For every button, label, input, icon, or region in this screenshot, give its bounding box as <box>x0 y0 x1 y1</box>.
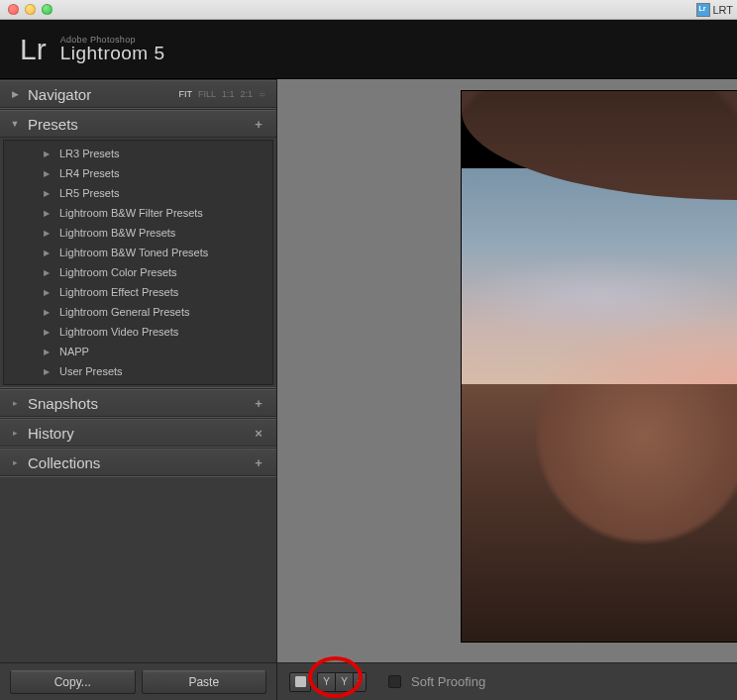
preset-folder[interactable]: ▶LR4 Presets <box>4 163 272 183</box>
snapshots-title: Snapshots <box>28 395 251 412</box>
lrt-label: LRT <box>712 4 733 16</box>
preset-folder[interactable]: ▶NAPP <box>4 342 272 361</box>
presets-title: Presets <box>28 116 251 133</box>
navigator-section: ▶ Navigator FIT FILL 1:1 2:1 ≑ <box>0 79 276 109</box>
copy-button[interactable]: Copy... <box>10 670 136 694</box>
preset-folder[interactable]: ▶Lightroom Color Presets <box>4 262 272 282</box>
navigator-title: Navigator <box>28 86 178 103</box>
before-after-left-button[interactable]: Y <box>317 672 335 692</box>
chevron-right-icon: ▶ <box>44 268 50 277</box>
chevron-right-icon: ▶ <box>44 308 50 317</box>
preset-folder[interactable]: ▶Lightroom Video Presets <box>4 322 272 342</box>
app-header: Lr Adobe Photoshop Lightroom 5 <box>0 20 737 79</box>
minimize-window-button[interactable] <box>25 4 36 15</box>
presets-section: ▼ Presets + ▶LR3 Presets ▶LR4 Presets ▶L… <box>0 109 276 388</box>
chevron-right-icon: ▶ <box>10 89 20 99</box>
preset-folder[interactable]: ▶User Presets <box>4 361 272 381</box>
chevron-right-icon: ▶ <box>44 209 50 218</box>
chevron-right-icon: ▶ <box>44 249 50 257</box>
zoom-window-button[interactable] <box>42 4 53 15</box>
soft-proofing-checkbox[interactable] <box>388 675 401 688</box>
preset-folder[interactable]: ▶Lightroom General Presets <box>4 302 272 322</box>
lrt-icon <box>696 3 710 17</box>
add-snapshot-button[interactable]: + <box>251 396 266 411</box>
add-preset-button[interactable]: + <box>251 117 266 132</box>
logo-mark: Lr <box>20 33 47 66</box>
zoom-2to1[interactable]: 2:1 <box>240 89 253 99</box>
chevron-right-icon: ▶ <box>44 150 50 158</box>
history-header[interactable]: History × <box>0 419 276 447</box>
preset-folder[interactable]: ▶Lightroom Effect Presets <box>4 282 272 302</box>
chevron-down-icon: ▼ <box>10 119 20 129</box>
titlebar-right-label: LRT <box>696 3 733 17</box>
zoom-stepper-icon[interactable]: ≑ <box>259 89 266 99</box>
preset-folder[interactable]: ▶Lightroom B&W Toned Presets <box>4 243 272 262</box>
before-after-menu-button[interactable]: ▾ <box>353 672 367 692</box>
clear-history-button[interactable]: × <box>251 426 266 441</box>
collections-title: Collections <box>28 454 251 471</box>
preset-folder[interactable]: ▶LR5 Presets <box>4 183 272 203</box>
chevron-right-icon: ▶ <box>44 169 50 178</box>
collections-header[interactable]: Collections + <box>0 449 276 476</box>
preset-folder[interactable]: ▶Lightroom B&W Presets <box>4 223 272 243</box>
loupe-view-button[interactable] <box>289 672 311 692</box>
collapsed-indicator-icon <box>10 457 20 467</box>
content-area: Y Y ▾ Soft Proofing <box>277 79 737 700</box>
history-section: History × <box>0 418 276 448</box>
chevron-right-icon: ▶ <box>44 328 50 337</box>
photo-preview[interactable] <box>462 91 737 642</box>
collections-section: Collections + <box>0 448 276 477</box>
history-title: History <box>28 425 251 442</box>
presets-list: ▶LR3 Presets ▶LR4 Presets ▶LR5 Presets ▶… <box>3 140 273 385</box>
product-label: Lightroom 5 <box>60 43 165 64</box>
close-window-button[interactable] <box>8 4 19 15</box>
chevron-right-icon: ▶ <box>44 229 50 238</box>
paste-button[interactable]: Paste <box>142 670 267 694</box>
zoom-fill[interactable]: FILL <box>198 89 216 99</box>
window-titlebar: LRT <box>0 0 737 20</box>
soft-proofing-label: Soft Proofing <box>411 674 485 689</box>
add-collection-button[interactable]: + <box>251 455 266 470</box>
preset-folder[interactable]: ▶Lightroom B&W Filter Presets <box>4 203 272 223</box>
zoom-fit[interactable]: FIT <box>178 89 192 99</box>
snapshots-header[interactable]: Snapshots + <box>0 389 276 417</box>
collapsed-indicator-icon <box>10 428 20 438</box>
left-panel-footer: Copy... Paste <box>0 662 276 700</box>
before-after-right-button[interactable]: Y <box>335 672 353 692</box>
presets-header[interactable]: ▼ Presets + <box>0 110 276 138</box>
app-root: Lr Adobe Photoshop Lightroom 5 ◀ ▶ Navig… <box>0 20 737 700</box>
image-canvas[interactable] <box>277 79 737 662</box>
chevron-right-icon: ▶ <box>44 189 50 198</box>
zoom-1to1[interactable]: 1:1 <box>222 89 235 99</box>
navigator-header[interactable]: ▶ Navigator FIT FILL 1:1 2:1 ≑ <box>0 80 276 108</box>
compare-view-group: Y Y ▾ <box>317 672 367 692</box>
chevron-right-icon: ▶ <box>44 367 50 376</box>
chevron-right-icon: ▶ <box>44 348 50 356</box>
left-panel: ▶ Navigator FIT FILL 1:1 2:1 ≑ <box>0 79 277 700</box>
chevron-right-icon: ▶ <box>44 288 50 297</box>
preset-folder[interactable]: ▶LR3 Presets <box>4 144 272 163</box>
collapsed-indicator-icon <box>10 398 20 408</box>
develop-toolbar: Y Y ▾ Soft Proofing <box>277 662 737 700</box>
snapshots-section: Snapshots + <box>0 388 276 418</box>
